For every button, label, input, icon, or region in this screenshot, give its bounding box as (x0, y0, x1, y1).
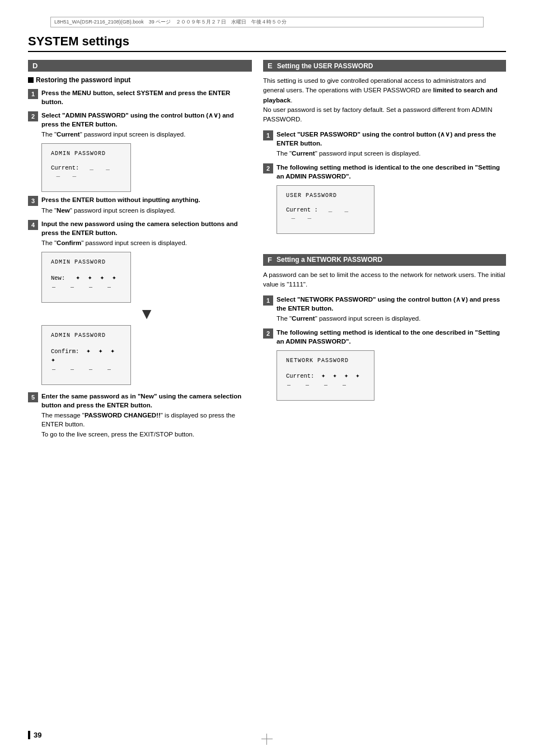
step-d2-content: Select "ADMIN PASSWORD" using the contro… (41, 111, 252, 139)
page-title: SYSTEM settings (28, 34, 506, 49)
bottom-center-cross (261, 734, 273, 745)
step-f2: 2 The following setting method is identi… (263, 328, 506, 346)
step-f1-content: Select "NETWORK PASSWORD" using the cont… (277, 295, 506, 323)
col-right: E Setting the USER PASSWORD This setting… (263, 60, 506, 443)
step-e2-content: The following setting method is identica… (277, 163, 506, 181)
step-f2-num: 2 (263, 328, 273, 339)
title-rule (28, 51, 506, 52)
step-d4: 4 Input the new password using the camer… (28, 219, 252, 247)
step-d1-num: 1 (28, 89, 38, 99)
step-d3-num: 3 (28, 196, 38, 206)
pw-screen-f: NETWORK PASSWORD Current: ✦ ✦ ✦ ✦ _ _ _ … (277, 350, 374, 401)
subsection-d-title: Restoring the password input (28, 76, 252, 84)
section-f-letter: F (268, 256, 272, 264)
step-d5-content: Enter the same password as in "New" usin… (41, 392, 252, 439)
section-d-header: D (28, 60, 252, 72)
pw-screen-f-title: NETWORK PASSWORD (286, 358, 365, 364)
pw-screen-f-asterisks: ✦ ✦ ✦ ✦ (321, 372, 362, 380)
pw-screen-d-current-title: ADMIN PASSWORD (51, 151, 121, 157)
section-f-header: F Setting a NETWORK PASSWORD (263, 254, 506, 266)
pw-screen-d-new: ADMIN PASSWORD New: ✦ ✦ ✦ ✦ _ _ _ _ (41, 252, 131, 303)
step-e2-num: 2 (263, 163, 273, 173)
section-e-header: E Setting the USER PASSWORD (263, 60, 506, 72)
arrow-down-icon: ▼ (41, 306, 252, 322)
black-square-icon (28, 77, 34, 83)
step-d2: 2 Select "ADMIN PASSWORD" using the cont… (28, 111, 252, 139)
step-d1-content: Press the MENU button, select SYSTEM and… (41, 88, 252, 106)
meta-text: L8H51_WA(DSR-2116_2108)(GB).book 39 ページ … (54, 18, 287, 26)
step-d5-num: 5 (28, 392, 38, 402)
col-left: D Restoring the password input 1 Press t… (28, 60, 252, 443)
step-e1: 1 Select "USER PASSWORD" using the contr… (263, 130, 506, 158)
section-e-intro: This setting is used to give controlled … (263, 76, 506, 124)
pw-screen-d-new-label: New: ✦ ✦ ✦ ✦ _ _ _ _ (51, 273, 121, 289)
step-e2: 2 The following setting method is identi… (263, 163, 506, 181)
step-f1: 1 Select "NETWORK PASSWORD" using the co… (263, 295, 506, 323)
section-e-title: Setting the USER PASSWORD (277, 62, 373, 70)
pw-screen-e-title: USER PASSWORD (286, 192, 365, 199)
section-f-title: Setting a NETWORK PASSWORD (277, 256, 382, 264)
pw-screen-d-new-title: ADMIN PASSWORD (51, 259, 121, 265)
header-meta: L8H51_WA(DSR-2116_2108)(GB).book 39 ページ … (50, 17, 484, 27)
step-d4-content: Input the new password using the camera … (41, 219, 252, 247)
pw-screen-e-label: Current : _ _ _ _ (286, 206, 365, 220)
step-d1: 1 Press the MENU button, select SYSTEM a… (28, 88, 252, 106)
step-d2-num: 2 (28, 111, 38, 121)
section-e-letter: E (268, 62, 273, 70)
pw-screen-d-confirm: ADMIN PASSWORD Confirm: ✦ ✦ ✦ ✦ _ _ _ _ (41, 325, 131, 385)
pw-screen-d-current: ADMIN PASSWORD Current: _ _ _ _ (41, 143, 131, 192)
section-f-intro: A password can be set to limit the acces… (263, 270, 506, 290)
pw-screen-d-confirm-label: Confirm: ✦ ✦ ✦ ✦ _ _ _ _ (51, 346, 121, 371)
step-d4-num: 4 (28, 220, 38, 230)
step-e1-content: Select "USER PASSWORD" using the control… (277, 130, 506, 158)
pw-screen-f-label: Current: ✦ ✦ ✦ ✦ _ _ _ _ (286, 372, 365, 387)
pw-screen-d-confirm-title: ADMIN PASSWORD (51, 332, 121, 339)
page-number: 39 (28, 731, 41, 739)
step-d3-content: Press the ENTER button without inputting… (41, 195, 252, 214)
step-e1-num: 1 (263, 130, 273, 140)
pw-screen-d-current-label: Current: _ _ _ _ (51, 165, 121, 178)
step-d3: 3 Press the ENTER button without inputti… (28, 195, 252, 214)
pw-screen-d-new-asterisks: ✦ ✦ ✦ ✦ (76, 274, 118, 282)
step-f2-content: The following setting method is identica… (277, 328, 506, 346)
columns: D Restoring the password input 1 Press t… (28, 60, 506, 443)
pw-screen-e: USER PASSWORD Current : _ _ _ _ (277, 185, 374, 234)
section-d-letter: D (32, 62, 38, 70)
step-d5: 5 Enter the same password as in "New" us… (28, 392, 252, 439)
step-f1-num: 1 (263, 295, 273, 306)
